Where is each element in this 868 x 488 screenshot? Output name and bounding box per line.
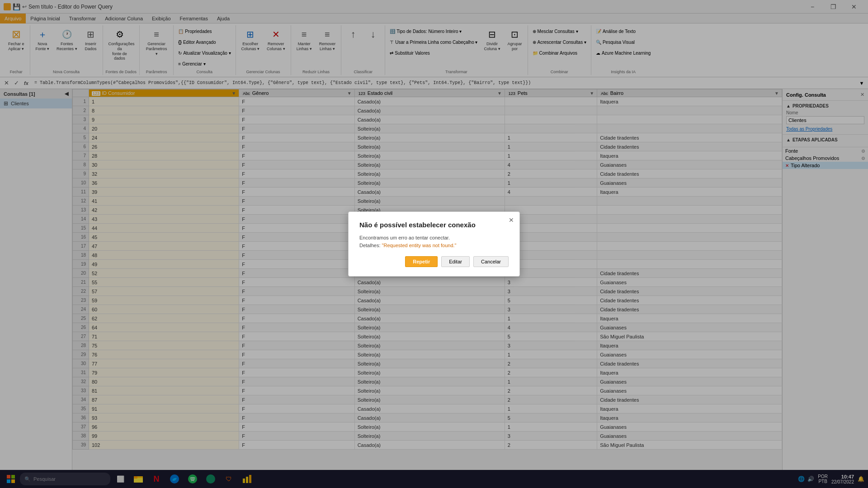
modal-body2: Detalhes: bbox=[359, 243, 382, 248]
modal-buttons: Repetir Editar Cancelar bbox=[359, 256, 509, 267]
modal-title: Não é possível estabelecer conexão bbox=[359, 221, 509, 229]
modal-error-msg: "Requested entity was not found." bbox=[382, 243, 457, 248]
modal-repetir-button[interactable]: Repetir bbox=[405, 256, 438, 267]
modal-dialog: ✕ Não é possível estabelecer conexão Enc… bbox=[348, 211, 520, 277]
modal-body: Encontramos um erro ao tentar conectar. … bbox=[359, 234, 509, 249]
modal-editar-button[interactable]: Editar bbox=[441, 256, 470, 267]
modal-close-button[interactable]: ✕ bbox=[507, 216, 516, 225]
modal-cancelar-button[interactable]: Cancelar bbox=[473, 256, 509, 267]
modal-detail: Detalhes: "Requested entity was not foun… bbox=[359, 242, 509, 249]
modal-body1: Encontramos um erro ao tentar conectar. bbox=[359, 234, 509, 242]
modal-overlay: ✕ Não é possível estabelecer conexão Enc… bbox=[0, 0, 868, 488]
